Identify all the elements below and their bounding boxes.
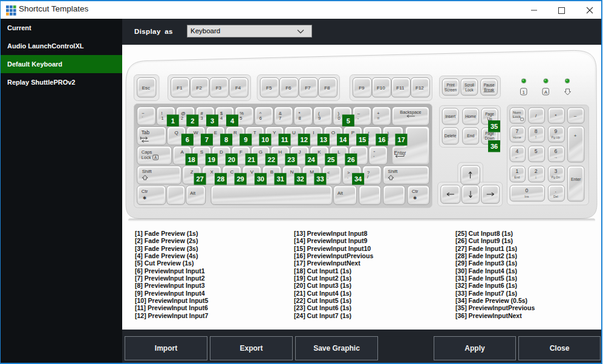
svg-text:,: , <box>327 174 328 180</box>
svg-text:Enter: Enter <box>571 177 581 181</box>
svg-text:–: – <box>574 113 577 119</box>
svg-text:Backspace: Backspace <box>400 109 421 115</box>
svg-text:9: 9 <box>244 136 247 143</box>
svg-text:Del: Del <box>553 195 558 198</box>
svg-text:18: 18 <box>187 156 195 163</box>
svg-text:Q: Q <box>174 130 178 135</box>
svg-text:4: 4 <box>230 117 235 125</box>
svg-text:F7: F7 <box>305 85 311 91</box>
svg-text:7: 7 <box>515 128 518 134</box>
svg-text:5: 5 <box>347 117 350 125</box>
svg-text:1: 1 <box>171 117 175 125</box>
svg-text:8: 8 <box>224 136 228 143</box>
svg-text:Alt: Alt <box>190 190 196 196</box>
svg-text:L: L <box>337 149 341 155</box>
svg-text:22: 22 <box>268 156 275 163</box>
svg-text:F11: F11 <box>396 85 405 91</box>
svg-text:Down: Down <box>484 136 495 140</box>
svg-text:11: 11 <box>281 136 288 143</box>
svg-text:.: . <box>555 187 556 193</box>
svg-text:1: 1 <box>515 168 518 174</box>
svg-text:T: T <box>253 130 256 135</box>
svg-text:33: 33 <box>316 175 324 183</box>
svg-text:D: D <box>220 149 223 155</box>
svg-text:Ctr: Ctr <box>142 189 148 194</box>
svg-text:F: F <box>240 149 243 155</box>
svg-text:.: . <box>347 174 348 180</box>
svg-text:A: A <box>154 155 157 160</box>
svg-text:2: 2 <box>181 115 183 121</box>
svg-text:0: 0 <box>525 187 528 193</box>
svg-text:`: ` <box>142 115 143 121</box>
svg-text:Break: Break <box>484 88 494 92</box>
svg-text:F6: F6 <box>285 85 292 91</box>
svg-text:30: 30 <box>257 175 264 183</box>
svg-text:←: ← <box>515 155 519 159</box>
svg-text:End: End <box>467 134 474 138</box>
svg-text:10: 10 <box>261 136 269 143</box>
svg-text:3: 3 <box>210 117 214 125</box>
svg-text:R: R <box>233 130 237 135</box>
svg-text:25: 25 <box>327 156 334 163</box>
svg-text:9: 9 <box>318 115 321 121</box>
svg-text:→: → <box>553 155 558 159</box>
svg-text:7: 7 <box>279 115 281 121</box>
svg-text:3: 3 <box>201 115 203 121</box>
svg-text:1: 1 <box>161 115 164 121</box>
svg-text:Lock: Lock <box>513 114 521 119</box>
svg-text:Num: Num <box>513 110 521 114</box>
svg-text:Y: Y <box>273 130 276 135</box>
svg-text:2: 2 <box>535 168 538 174</box>
svg-text:+: + <box>574 133 577 138</box>
svg-text:23: 23 <box>287 156 295 163</box>
svg-text:20: 20 <box>228 156 235 163</box>
svg-text:2: 2 <box>191 117 194 125</box>
svg-text:Shift: Shift <box>388 169 398 174</box>
svg-text:✱: ✱ <box>413 195 417 201</box>
svg-text:36: 36 <box>491 143 498 150</box>
svg-text:Lock: Lock <box>142 155 151 160</box>
svg-text:F12: F12 <box>416 85 424 91</box>
svg-text:*: * <box>555 113 556 119</box>
svg-text:M: M <box>310 169 314 175</box>
svg-text:14: 14 <box>339 136 347 143</box>
svg-text:C: C <box>230 169 233 175</box>
svg-text:7: 7 <box>205 136 209 143</box>
svg-text:Lock: Lock <box>465 88 474 92</box>
svg-text:Print: Print <box>447 83 455 87</box>
svg-text:I: I <box>313 130 314 135</box>
svg-text:F2: F2 <box>197 85 203 91</box>
svg-text:28: 28 <box>217 175 224 183</box>
svg-text:Page: Page <box>485 112 494 117</box>
svg-text:Shift: Shift <box>142 169 152 174</box>
svg-text:Home: Home <box>465 114 476 119</box>
svg-text:6: 6 <box>186 136 189 143</box>
svg-text:5: 5 <box>240 115 242 121</box>
svg-text:Screen: Screen <box>445 88 457 92</box>
svg-text:34: 34 <box>354 175 362 183</box>
svg-text:Alt: Alt <box>337 190 344 196</box>
svg-text:Insert: Insert <box>445 114 455 119</box>
svg-text:5: 5 <box>535 148 538 154</box>
svg-text:Tab: Tab <box>142 129 150 135</box>
svg-text:12: 12 <box>301 136 308 143</box>
svg-text:21: 21 <box>247 156 255 163</box>
svg-text:S: S <box>200 149 203 155</box>
svg-text:Delete: Delete <box>445 134 457 138</box>
svg-text:17: 17 <box>397 136 405 143</box>
svg-text:0: 0 <box>337 115 340 121</box>
svg-text:X: X <box>210 169 214 175</box>
svg-text:Enter: Enter <box>394 150 406 156</box>
svg-text:32: 32 <box>296 175 304 183</box>
svg-text:A: A <box>180 149 184 155</box>
svg-text:Ins: Ins <box>524 195 529 198</box>
svg-text:A: A <box>544 89 548 95</box>
svg-text:13: 13 <box>320 136 327 143</box>
svg-text:Ctr: Ctr <box>412 189 419 194</box>
svg-text:Pg Up: Pg Up <box>552 135 561 139</box>
svg-text:B: B <box>270 169 273 175</box>
svg-text:9: 9 <box>554 128 557 134</box>
svg-text:24: 24 <box>307 156 315 163</box>
svg-text:19: 19 <box>208 156 215 163</box>
svg-text:4: 4 <box>515 148 518 154</box>
